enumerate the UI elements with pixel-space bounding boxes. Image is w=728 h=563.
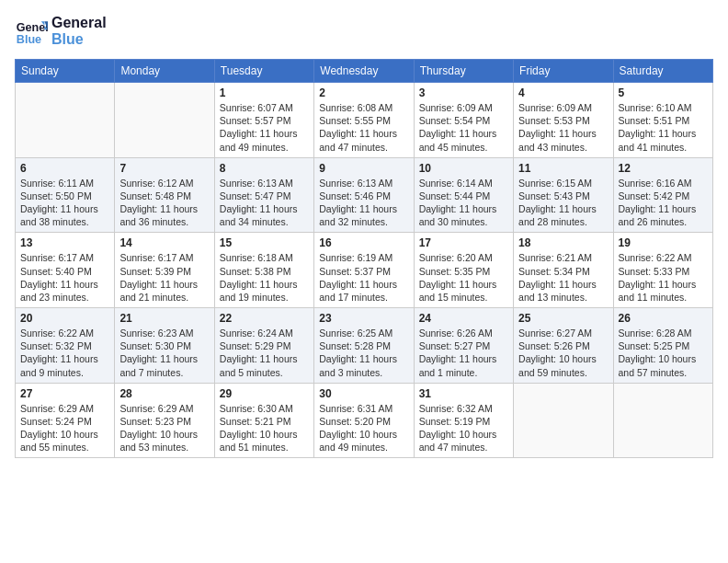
day-info: Sunrise: 6:17 AMSunset: 5:39 PMDaylight:… — [119, 251, 209, 304]
day-cell: 21Sunrise: 6:23 AMSunset: 5:30 PMDayligh… — [115, 308, 214, 384]
day-header-sunday: Sunday — [16, 60, 115, 83]
day-cell — [613, 383, 712, 458]
day-cell: 28Sunrise: 6:29 AMSunset: 5:23 PMDayligh… — [115, 383, 214, 458]
day-info: Sunrise: 6:32 AMSunset: 5:19 PMDaylight:… — [419, 402, 508, 454]
day-number: 26 — [619, 312, 708, 325]
svg-text:Blue: Blue — [17, 33, 41, 46]
day-cell: 17Sunrise: 6:20 AMSunset: 5:35 PMDayligh… — [414, 233, 513, 308]
day-info: Sunrise: 6:17 AMSunset: 5:40 PMDaylight:… — [20, 251, 109, 304]
day-info: Sunrise: 6:21 AMSunset: 5:34 PMDaylight:… — [518, 251, 608, 304]
day-info: Sunrise: 6:13 AMSunset: 5:47 PMDaylight:… — [220, 177, 309, 229]
day-number: 21 — [119, 312, 209, 325]
day-cell: 7Sunrise: 6:12 AMSunset: 5:48 PMDaylight… — [115, 157, 214, 233]
day-cell: 16Sunrise: 6:19 AMSunset: 5:37 PMDayligh… — [314, 233, 414, 308]
days-header-row: SundayMondayTuesdayWednesdayThursdayFrid… — [16, 60, 713, 83]
day-cell — [16, 83, 115, 158]
day-cell: 30Sunrise: 6:31 AMSunset: 5:20 PMDayligh… — [314, 383, 414, 458]
day-cell: 19Sunrise: 6:22 AMSunset: 5:33 PMDayligh… — [613, 233, 712, 308]
day-number: 4 — [518, 86, 608, 99]
day-cell: 23Sunrise: 6:25 AMSunset: 5:28 PMDayligh… — [314, 308, 414, 384]
logo: General Blue General Blue — [15, 15, 107, 48]
day-info: Sunrise: 6:07 AMSunset: 5:57 PMDaylight:… — [220, 101, 309, 154]
day-info: Sunrise: 6:29 AMSunset: 5:24 PMDaylight:… — [20, 402, 109, 454]
day-cell: 31Sunrise: 6:32 AMSunset: 5:19 PMDayligh… — [414, 383, 513, 458]
day-header-wednesday: Wednesday — [314, 60, 414, 83]
day-number: 29 — [220, 387, 309, 400]
day-header-saturday: Saturday — [613, 60, 712, 83]
day-info: Sunrise: 6:25 AMSunset: 5:28 PMDaylight:… — [319, 327, 408, 379]
day-cell: 10Sunrise: 6:14 AMSunset: 5:44 PMDayligh… — [414, 157, 513, 233]
day-cell: 5Sunrise: 6:10 AMSunset: 5:51 PMDaylight… — [613, 83, 712, 158]
day-info: Sunrise: 6:08 AMSunset: 5:55 PMDaylight:… — [319, 101, 408, 154]
day-cell: 6Sunrise: 6:11 AMSunset: 5:50 PMDaylight… — [16, 157, 115, 233]
week-row-1: 1Sunrise: 6:07 AMSunset: 5:57 PMDaylight… — [16, 83, 713, 158]
day-info: Sunrise: 6:12 AMSunset: 5:48 PMDaylight:… — [119, 177, 209, 229]
day-number: 17 — [419, 236, 508, 249]
day-header-monday: Monday — [115, 60, 214, 83]
day-header-friday: Friday — [514, 60, 613, 83]
day-number: 6 — [20, 162, 109, 175]
day-number: 13 — [20, 236, 109, 249]
day-cell: 22Sunrise: 6:24 AMSunset: 5:29 PMDayligh… — [214, 308, 313, 384]
day-info: Sunrise: 6:30 AMSunset: 5:21 PMDaylight:… — [220, 402, 309, 454]
day-cell: 9Sunrise: 6:13 AMSunset: 5:46 PMDaylight… — [314, 157, 414, 233]
day-number: 2 — [319, 86, 408, 99]
day-info: Sunrise: 6:09 AMSunset: 5:53 PMDaylight:… — [518, 101, 608, 154]
day-number: 18 — [518, 236, 608, 249]
day-cell: 29Sunrise: 6:30 AMSunset: 5:21 PMDayligh… — [214, 383, 313, 458]
day-number: 25 — [518, 312, 608, 325]
day-info: Sunrise: 6:10 AMSunset: 5:51 PMDaylight:… — [619, 101, 708, 154]
day-number: 19 — [619, 236, 708, 249]
day-cell: 3Sunrise: 6:09 AMSunset: 5:54 PMDaylight… — [414, 83, 513, 158]
day-info: Sunrise: 6:23 AMSunset: 5:30 PMDaylight:… — [119, 327, 209, 379]
day-number: 28 — [119, 387, 209, 400]
day-number: 24 — [419, 312, 508, 325]
day-info: Sunrise: 6:19 AMSunset: 5:37 PMDaylight:… — [319, 251, 408, 304]
day-cell: 4Sunrise: 6:09 AMSunset: 5:53 PMDaylight… — [514, 83, 613, 158]
day-number: 23 — [319, 312, 408, 325]
day-number: 11 — [518, 162, 608, 175]
day-number: 5 — [619, 86, 708, 99]
week-row-4: 20Sunrise: 6:22 AMSunset: 5:32 PMDayligh… — [16, 308, 713, 384]
day-number: 14 — [119, 236, 209, 249]
day-info: Sunrise: 6:15 AMSunset: 5:43 PMDaylight:… — [518, 177, 608, 229]
day-number: 30 — [319, 387, 408, 400]
day-info: Sunrise: 6:26 AMSunset: 5:27 PMDaylight:… — [419, 327, 508, 379]
day-header-thursday: Thursday — [414, 60, 513, 83]
day-info: Sunrise: 6:11 AMSunset: 5:50 PMDaylight:… — [20, 177, 109, 229]
day-info: Sunrise: 6:29 AMSunset: 5:23 PMDaylight:… — [119, 402, 209, 454]
day-cell: 18Sunrise: 6:21 AMSunset: 5:34 PMDayligh… — [514, 233, 613, 308]
calendar-table: SundayMondayTuesdayWednesdayThursdayFrid… — [15, 59, 713, 458]
day-info: Sunrise: 6:22 AMSunset: 5:32 PMDaylight:… — [20, 327, 109, 379]
day-number: 22 — [220, 312, 309, 325]
day-number: 16 — [319, 236, 408, 249]
day-number: 12 — [619, 162, 708, 175]
day-cell — [514, 383, 613, 458]
day-number: 3 — [419, 86, 508, 99]
day-number: 27 — [20, 387, 109, 400]
day-info: Sunrise: 6:28 AMSunset: 5:25 PMDaylight:… — [619, 327, 708, 379]
day-info: Sunrise: 6:09 AMSunset: 5:54 PMDaylight:… — [419, 101, 508, 154]
day-cell: 12Sunrise: 6:16 AMSunset: 5:42 PMDayligh… — [613, 157, 712, 233]
day-cell: 20Sunrise: 6:22 AMSunset: 5:32 PMDayligh… — [16, 308, 115, 384]
day-cell: 14Sunrise: 6:17 AMSunset: 5:39 PMDayligh… — [115, 233, 214, 308]
day-header-tuesday: Tuesday — [214, 60, 313, 83]
day-cell: 15Sunrise: 6:18 AMSunset: 5:38 PMDayligh… — [214, 233, 313, 308]
day-number: 31 — [419, 387, 508, 400]
day-cell: 8Sunrise: 6:13 AMSunset: 5:47 PMDaylight… — [214, 157, 313, 233]
logo-text-block: General Blue — [51, 15, 107, 47]
logo-general: General — [51, 15, 107, 31]
logo-blue: Blue — [51, 31, 107, 48]
day-number: 10 — [419, 162, 508, 175]
day-number: 7 — [119, 162, 209, 175]
day-info: Sunrise: 6:18 AMSunset: 5:38 PMDaylight:… — [220, 251, 309, 304]
day-info: Sunrise: 6:22 AMSunset: 5:33 PMDaylight:… — [619, 251, 708, 304]
day-info: Sunrise: 6:20 AMSunset: 5:35 PMDaylight:… — [419, 251, 508, 304]
day-cell: 1Sunrise: 6:07 AMSunset: 5:57 PMDaylight… — [214, 83, 313, 158]
day-cell: 27Sunrise: 6:29 AMSunset: 5:24 PMDayligh… — [16, 383, 115, 458]
day-info: Sunrise: 6:16 AMSunset: 5:42 PMDaylight:… — [619, 177, 708, 229]
day-cell: 26Sunrise: 6:28 AMSunset: 5:25 PMDayligh… — [613, 308, 712, 384]
day-info: Sunrise: 6:13 AMSunset: 5:46 PMDaylight:… — [319, 177, 408, 229]
day-number: 15 — [220, 236, 309, 249]
day-cell — [115, 83, 214, 158]
